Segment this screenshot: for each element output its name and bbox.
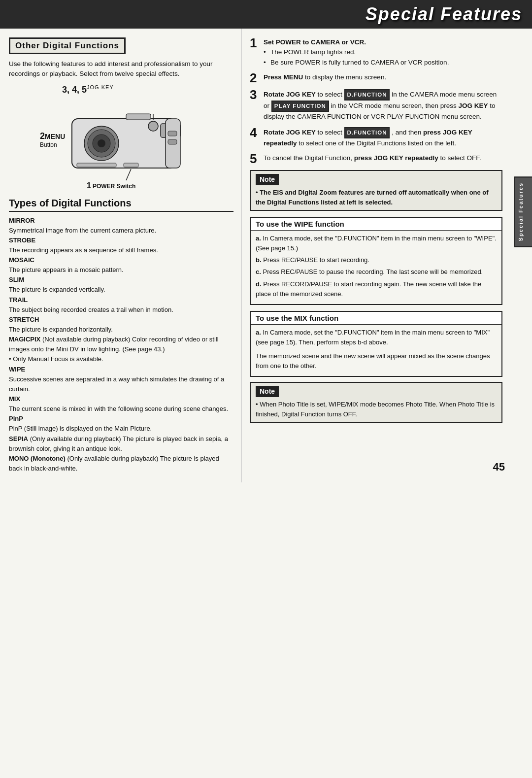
list-item: SEPIA (Only available during playback) T…	[9, 434, 233, 454]
list-item: The memorized scene and the new scene wi…	[256, 351, 497, 371]
svg-line-14	[126, 169, 131, 180]
mix-section: To use the MIX function a. In Camera mod…	[250, 311, 502, 377]
menu-label: 2MENU Button	[40, 131, 65, 148]
dfunction-highlight: D.FUNCTION	[344, 89, 390, 101]
svg-rect-8	[168, 131, 177, 136]
list-item: MIRROR Symmetrical image from the curren…	[9, 216, 233, 236]
list-item: STRETCH The picture is expanded horizont…	[9, 315, 233, 335]
list-item: STROBE The recording appears as a sequen…	[9, 236, 233, 255]
step-1: 1 Set POWER to CAMERA or VCR. The POWER …	[250, 37, 502, 68]
note-box-2: Note • When Photo Title is set, WIPE/MIX…	[250, 382, 502, 423]
svg-rect-6	[126, 114, 151, 120]
camera-diagram: 3, 4, 5JOG KEY	[37, 84, 205, 193]
list-item: MONO (Monotone) (Only available during p…	[9, 454, 233, 474]
wipe-title: To use the WIPE function	[251, 218, 501, 231]
main-content: Other Digital Functions Use the followin…	[0, 29, 532, 482]
wipe-section: To use the WIPE function a. In Camera mo…	[250, 217, 502, 305]
function-list: MIRROR Symmetrical image from the curren…	[9, 216, 233, 474]
list-item: d. Press RECORD/PAUSE to start recording…	[256, 279, 497, 299]
mix-content: a. In Camera mode, set the "D.FUNCTION" …	[251, 325, 501, 376]
wipe-content: a. In Camera mode, set the "D.FUNCTION" …	[251, 231, 501, 304]
page-header: Special Features	[0, 0, 532, 29]
step-2: 2 Press MENU to display the menu screen.	[250, 72, 502, 84]
camera-image	[47, 99, 195, 187]
list-item: TRAIL The subject being recorded creates…	[9, 295, 233, 315]
list-item: b. Press REC/PAUSE to start recording.	[256, 255, 497, 265]
svg-point-10	[148, 121, 158, 131]
page-title: Special Features	[366, 4, 522, 24]
jog-label: 3, 4, 5JOG KEY	[62, 84, 114, 95]
playfunction-highlight: PLAY FUNCTION	[271, 101, 329, 112]
dfunction-highlight2: D.FUNCTION	[344, 127, 390, 138]
svg-rect-13	[124, 163, 138, 167]
svg-point-4	[98, 139, 105, 147]
list-item: MIX The current scene is mixed in with t…	[9, 394, 233, 414]
side-tab: Special Features	[514, 176, 532, 247]
svg-rect-12	[77, 163, 116, 167]
list-item: a. In Camera mode, set the "D.FUNCTION" …	[256, 234, 497, 253]
power-label: 1POWER Switch	[87, 181, 135, 190]
left-column: Other Digital Functions Use the followin…	[0, 29, 241, 482]
right-column: 1 Set POWER to CAMERA or VCR. The POWER …	[241, 29, 532, 482]
svg-rect-9	[168, 139, 177, 144]
note-box-1: Note • The EIS and Digital Zoom features…	[250, 170, 502, 211]
step-5: 5 To cancel the Digital Function, press …	[250, 153, 502, 165]
intro-text: Use the following features to add intere…	[9, 59, 233, 79]
list-item: c. Press REC/PAUSE to pause the recordin…	[256, 267, 497, 277]
page-number: 45	[493, 461, 505, 474]
step-3: 3 Rotate JOG KEY to select D.FUNCTION in…	[250, 89, 502, 122]
list-item: MAGICPIX (Not available during playback)…	[9, 335, 233, 364]
list-item: a. In Camera mode, set the "D.FUNCTION" …	[256, 328, 497, 347]
list-item: SLIM The picture is expanded vertically.	[9, 275, 233, 295]
list-item: WIPE Successive scenes are separated in …	[9, 365, 233, 394]
section-title: Other Digital Functions	[9, 37, 126, 54]
types-title: Types of Digital Functions	[9, 198, 233, 212]
list-item: PinP PinP (Still image) is displayed on …	[9, 414, 233, 434]
mix-title: To use the MIX function	[251, 312, 501, 325]
step-4: 4 Rotate JOG KEY to select D.FUNCTION , …	[250, 127, 502, 149]
list-item: MOSAIC The picture appears in a mosaic p…	[9, 255, 233, 275]
